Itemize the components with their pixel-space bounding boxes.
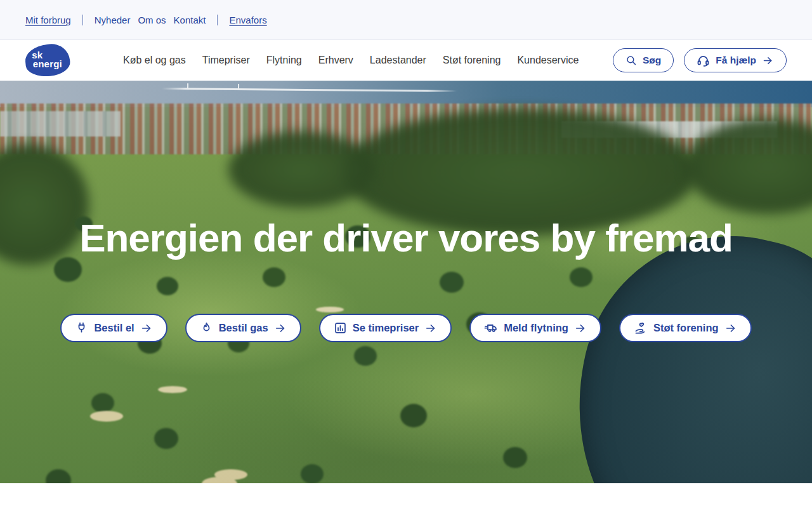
link-om-os[interactable]: Om os (138, 15, 166, 25)
nav-item-kob-el-og-gas[interactable]: Køb el og gas (123, 55, 186, 66)
link-mit-forbrug[interactable]: Mit forbrug (25, 15, 71, 25)
search-button-label: Søg (643, 55, 661, 66)
flame-icon (200, 321, 213, 335)
se-timepriser-button[interactable]: Se timepriser (319, 314, 452, 342)
stot-forening-button[interactable]: Støt forening (619, 314, 752, 342)
get-help-button[interactable]: Få hjælp (684, 48, 787, 72)
hand-heart-icon (634, 321, 648, 335)
primary-nav: Køb el og gas Timepriser Flytning Erhver… (123, 55, 579, 66)
link-envafors[interactable]: Envafors (229, 15, 266, 25)
bottom-white-strip (0, 483, 812, 507)
bar-chart-icon (334, 321, 347, 335)
search-button[interactable]: Søg (613, 48, 674, 72)
arrow-right-icon (762, 55, 774, 67)
forest-patch (228, 131, 374, 208)
headset-icon (697, 54, 710, 67)
nav-item-ladestander[interactable]: Ladestander (370, 55, 426, 66)
topbar-divider (82, 15, 83, 25)
topbar-divider (217, 15, 218, 25)
link-kontakt[interactable]: Kontakt (174, 15, 206, 25)
hero-section: Energien der driver vores by fremad Best… (0, 81, 812, 483)
bestil-el-button[interactable]: Bestil el (60, 314, 167, 342)
utility-bar: Mit forbrug Nyheder Om os Kontakt Envafo… (0, 0, 812, 40)
bestil-gas-label: Bestil gas (219, 322, 268, 334)
arrow-right-icon (140, 322, 153, 335)
search-icon (625, 55, 637, 66)
hero-title: Energien der driver vores by fremad (0, 215, 812, 260)
sk-energi-logo[interactable]: sk energi (24, 42, 72, 78)
arrow-right-icon (424, 322, 437, 335)
nav-item-flytning[interactable]: Flytning (266, 55, 302, 66)
se-timepriser-label: Se timepriser (353, 322, 419, 334)
bestil-gas-button[interactable]: Bestil gas (185, 314, 301, 342)
nav-item-stot-forening[interactable]: Støt forening (443, 55, 501, 66)
link-nyheder[interactable]: Nyheder (95, 15, 131, 25)
nav-actions: Søg Få hjælp (613, 48, 787, 72)
nav-item-erhverv[interactable]: Erhverv (318, 55, 353, 66)
arrow-right-icon (574, 322, 587, 335)
hero-aerial-photo (0, 81, 812, 483)
stot-forening-label: Støt forening (653, 322, 719, 334)
plug-icon (75, 321, 88, 335)
main-navbar: sk energi Køb el og gas Timepriser Flytn… (0, 40, 812, 81)
utility-links: Mit forbrug Nyheder Om os Kontakt Envafo… (25, 15, 267, 25)
bestil-el-label: Bestil el (94, 322, 134, 334)
arrow-right-icon (274, 322, 287, 335)
arrow-right-icon (724, 322, 737, 335)
nav-item-timepriser[interactable]: Timepriser (202, 55, 250, 66)
get-help-button-label: Få hjælp (716, 55, 756, 66)
meld-flytning-label: Meld flytning (504, 322, 568, 334)
logo-line2: energi (33, 60, 70, 69)
meld-flytning-button[interactable]: Meld flytning (469, 314, 601, 342)
hero-quick-actions: Bestil el Bestil gas Se timepriser (0, 314, 812, 342)
nav-item-kundeservice[interactable]: Kundeservice (517, 55, 579, 66)
truck-icon (484, 321, 498, 335)
sand-bunkers (90, 411, 123, 422)
